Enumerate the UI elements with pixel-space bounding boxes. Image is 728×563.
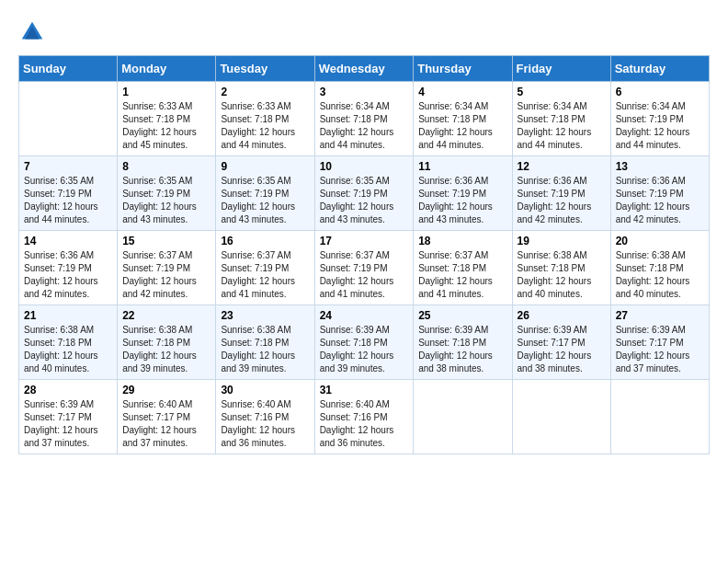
day-info: Sunrise: 6:37 AM Sunset: 7:19 PM Dayligh… [122, 249, 210, 301]
day-number: 9 [221, 160, 309, 173]
day-info: Sunrise: 6:40 AM Sunset: 7:16 PM Dayligh… [320, 398, 409, 450]
calendar-cell: 9Sunrise: 6:35 AM Sunset: 7:19 PM Daylig… [216, 156, 314, 231]
day-number: 16 [221, 235, 309, 247]
calendar-header-row: SundayMondayTuesdayWednesdayThursdayFrid… [19, 56, 710, 82]
calendar-cell: 1Sunrise: 6:33 AM Sunset: 7:18 PM Daylig… [118, 82, 216, 156]
calendar-cell: 29Sunrise: 6:40 AM Sunset: 7:17 PM Dayli… [118, 380, 216, 454]
calendar-cell: 22Sunrise: 6:38 AM Sunset: 7:18 PM Dayli… [118, 305, 216, 380]
calendar-cell [610, 380, 709, 454]
day-info: Sunrise: 6:40 AM Sunset: 7:16 PM Dayligh… [221, 398, 309, 450]
day-info: Sunrise: 6:39 AM Sunset: 7:18 PM Dayligh… [320, 324, 409, 375]
calendar-cell: 3Sunrise: 6:34 AM Sunset: 7:18 PM Daylig… [314, 82, 414, 156]
calendar-cell: 27Sunrise: 6:39 AM Sunset: 7:17 PM Dayli… [610, 305, 709, 380]
day-info: Sunrise: 6:36 AM Sunset: 7:19 PM Dayligh… [616, 175, 704, 226]
day-info: Sunrise: 6:35 AM Sunset: 7:19 PM Dayligh… [24, 175, 112, 226]
day-info: Sunrise: 6:37 AM Sunset: 7:19 PM Dayligh… [320, 249, 409, 301]
day-number: 13 [616, 160, 704, 173]
header-monday: Monday [118, 56, 216, 82]
day-number: 30 [221, 384, 309, 396]
day-info: Sunrise: 6:33 AM Sunset: 7:18 PM Dayligh… [122, 100, 210, 152]
calendar-cell: 8Sunrise: 6:35 AM Sunset: 7:19 PM Daylig… [118, 156, 216, 231]
day-info: Sunrise: 6:39 AM Sunset: 7:18 PM Dayligh… [418, 324, 506, 375]
header-saturday: Saturday [610, 56, 709, 82]
day-info: Sunrise: 6:38 AM Sunset: 7:18 PM Dayligh… [221, 324, 309, 375]
day-info: Sunrise: 6:35 AM Sunset: 7:19 PM Dayligh… [221, 175, 309, 226]
day-info: Sunrise: 6:39 AM Sunset: 7:17 PM Dayligh… [518, 324, 606, 375]
day-number: 27 [616, 309, 704, 322]
day-number: 18 [418, 235, 506, 247]
calendar-table: SundayMondayTuesdayWednesdayThursdayFrid… [18, 55, 710, 454]
day-number: 17 [320, 235, 409, 247]
calendar-cell: 15Sunrise: 6:37 AM Sunset: 7:19 PM Dayli… [118, 231, 216, 305]
logo [18, 18, 50, 46]
day-number: 12 [518, 160, 606, 173]
calendar-week-row: 1Sunrise: 6:33 AM Sunset: 7:18 PM Daylig… [19, 82, 710, 156]
day-info: Sunrise: 6:36 AM Sunset: 7:19 PM Dayligh… [418, 175, 506, 226]
day-info: Sunrise: 6:34 AM Sunset: 7:18 PM Dayligh… [320, 100, 409, 152]
day-number: 21 [24, 309, 112, 322]
day-info: Sunrise: 6:40 AM Sunset: 7:17 PM Dayligh… [122, 398, 210, 450]
day-number: 14 [24, 235, 112, 247]
page-header [18, 18, 710, 46]
calendar-cell: 20Sunrise: 6:38 AM Sunset: 7:18 PM Dayli… [610, 231, 709, 305]
header-thursday: Thursday [414, 56, 512, 82]
day-info: Sunrise: 6:37 AM Sunset: 7:19 PM Dayligh… [221, 249, 309, 301]
calendar-week-row: 14Sunrise: 6:36 AM Sunset: 7:19 PM Dayli… [19, 231, 710, 305]
calendar-cell [512, 380, 610, 454]
calendar-week-row: 7Sunrise: 6:35 AM Sunset: 7:19 PM Daylig… [19, 156, 710, 231]
day-info: Sunrise: 6:34 AM Sunset: 7:19 PM Dayligh… [616, 100, 704, 152]
calendar-cell: 26Sunrise: 6:39 AM Sunset: 7:17 PM Dayli… [512, 305, 610, 380]
day-info: Sunrise: 6:38 AM Sunset: 7:18 PM Dayligh… [24, 324, 112, 375]
day-number: 28 [24, 384, 112, 396]
header-sunday: Sunday [19, 56, 118, 82]
calendar-cell: 17Sunrise: 6:37 AM Sunset: 7:19 PM Dayli… [314, 231, 414, 305]
calendar-cell: 18Sunrise: 6:37 AM Sunset: 7:18 PM Dayli… [414, 231, 512, 305]
day-number: 26 [518, 309, 606, 322]
day-info: Sunrise: 6:34 AM Sunset: 7:18 PM Dayligh… [418, 100, 506, 152]
calendar-cell: 28Sunrise: 6:39 AM Sunset: 7:17 PM Dayli… [19, 380, 118, 454]
day-number: 1 [122, 86, 210, 98]
calendar-cell: 14Sunrise: 6:36 AM Sunset: 7:19 PM Dayli… [19, 231, 118, 305]
day-number: 22 [122, 309, 210, 322]
calendar-cell: 10Sunrise: 6:35 AM Sunset: 7:19 PM Dayli… [314, 156, 414, 231]
day-number: 19 [518, 235, 606, 247]
day-number: 10 [320, 160, 409, 173]
day-info: Sunrise: 6:35 AM Sunset: 7:19 PM Dayligh… [122, 175, 210, 226]
day-info: Sunrise: 6:35 AM Sunset: 7:19 PM Dayligh… [320, 175, 409, 226]
calendar-cell: 16Sunrise: 6:37 AM Sunset: 7:19 PM Dayli… [216, 231, 314, 305]
day-info: Sunrise: 6:38 AM Sunset: 7:18 PM Dayligh… [518, 249, 606, 301]
day-number: 11 [418, 160, 506, 173]
calendar-cell: 4Sunrise: 6:34 AM Sunset: 7:18 PM Daylig… [414, 82, 512, 156]
day-number: 6 [616, 86, 704, 98]
calendar-cell: 12Sunrise: 6:36 AM Sunset: 7:19 PM Dayli… [512, 156, 610, 231]
day-info: Sunrise: 6:38 AM Sunset: 7:18 PM Dayligh… [616, 249, 704, 301]
day-info: Sunrise: 6:39 AM Sunset: 7:17 PM Dayligh… [616, 324, 704, 375]
calendar-cell: 25Sunrise: 6:39 AM Sunset: 7:18 PM Dayli… [414, 305, 512, 380]
calendar-cell: 5Sunrise: 6:34 AM Sunset: 7:18 PM Daylig… [512, 82, 610, 156]
day-info: Sunrise: 6:38 AM Sunset: 7:18 PM Dayligh… [122, 324, 210, 375]
calendar-cell: 7Sunrise: 6:35 AM Sunset: 7:19 PM Daylig… [19, 156, 118, 231]
day-info: Sunrise: 6:39 AM Sunset: 7:17 PM Dayligh… [24, 398, 112, 450]
day-number: 24 [320, 309, 409, 322]
day-number: 20 [616, 235, 704, 247]
calendar-cell: 19Sunrise: 6:38 AM Sunset: 7:18 PM Dayli… [512, 231, 610, 305]
day-number: 2 [221, 86, 309, 98]
calendar-cell [19, 82, 118, 156]
day-number: 7 [24, 160, 112, 173]
day-info: Sunrise: 6:33 AM Sunset: 7:18 PM Dayligh… [221, 100, 309, 152]
day-number: 23 [221, 309, 309, 322]
day-number: 29 [122, 384, 210, 396]
calendar-week-row: 28Sunrise: 6:39 AM Sunset: 7:17 PM Dayli… [19, 380, 710, 454]
day-info: Sunrise: 6:36 AM Sunset: 7:19 PM Dayligh… [24, 249, 112, 301]
calendar-cell [414, 380, 512, 454]
calendar-cell: 23Sunrise: 6:38 AM Sunset: 7:18 PM Dayli… [216, 305, 314, 380]
day-info: Sunrise: 6:34 AM Sunset: 7:18 PM Dayligh… [518, 100, 606, 152]
day-number: 31 [320, 384, 409, 396]
day-number: 25 [418, 309, 506, 322]
calendar-cell: 21Sunrise: 6:38 AM Sunset: 7:18 PM Dayli… [19, 305, 118, 380]
calendar-cell: 6Sunrise: 6:34 AM Sunset: 7:19 PM Daylig… [610, 82, 709, 156]
calendar-week-row: 21Sunrise: 6:38 AM Sunset: 7:18 PM Dayli… [19, 305, 710, 380]
day-info: Sunrise: 6:36 AM Sunset: 7:19 PM Dayligh… [518, 175, 606, 226]
calendar-cell: 13Sunrise: 6:36 AM Sunset: 7:19 PM Dayli… [610, 156, 709, 231]
calendar-cell: 24Sunrise: 6:39 AM Sunset: 7:18 PM Dayli… [314, 305, 414, 380]
